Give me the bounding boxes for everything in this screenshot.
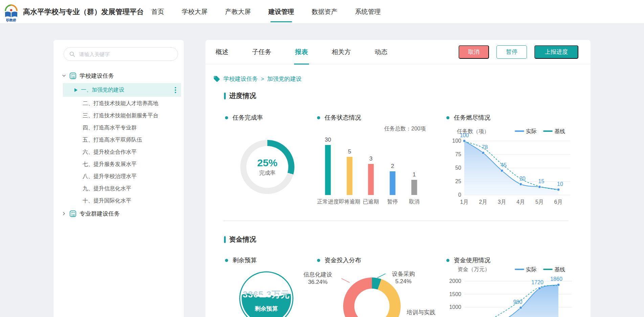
svg-text:即将逾期: 即将逾期 — [339, 199, 360, 204]
tag-icon — [213, 75, 220, 82]
bullet-icon — [446, 259, 449, 262]
report-progress-button[interactable]: 上报进度 — [534, 45, 578, 59]
tree-item[interactable]: 二、打造技术技能人才培养高地 — [53, 97, 184, 109]
tab-overview[interactable]: 概述 — [216, 40, 228, 64]
bullet-icon — [225, 259, 228, 262]
budget-label: 剩余预算 — [242, 305, 291, 313]
breadcrumb-separator: > — [261, 76, 264, 82]
top-nav: 首页学校大屏产教大屏建设管理数据资产系统管理 — [151, 0, 381, 23]
svg-text:75: 75 — [455, 151, 461, 157]
pie-label-training: 培训与实践 — [399, 309, 443, 316]
svg-text:资金（万元）: 资金（万元） — [458, 266, 490, 272]
main-panel: 学校建设任务 > 加强党的建设 进度情况 任务完成率 任务状态情况 任务燃尽情况… — [205, 40, 591, 317]
svg-text:45: 45 — [501, 162, 507, 168]
tree-item[interactable]: 四、打造高水平专业群 — [53, 122, 184, 134]
tree-item[interactable]: 一、加强党的建设 — [63, 83, 181, 97]
svg-text:100: 100 — [460, 132, 469, 138]
report-content: 学校建设任务 > 加强党的建设 进度情况 任务完成率 任务状态情况 任务燃尽情况… — [205, 40, 591, 317]
completion-value: 25% — [257, 157, 277, 169]
svg-text:5: 5 — [348, 148, 351, 155]
app-title: 高水平学校与专业（群）发展管理平台 — [23, 0, 144, 23]
sidebar: 学校建设任务一、加强党的建设二、打造技术技能人才培养高地三、打造技术技能创新服务… — [53, 40, 184, 317]
completion-label: 完成率 — [259, 170, 275, 177]
action-buttons: 取消暂停上报进度 — [459, 45, 578, 59]
chevron-down-icon — [62, 73, 66, 78]
bullet-icon — [225, 116, 228, 119]
svg-text:980: 980 — [513, 299, 523, 305]
checklist-icon — [69, 210, 76, 217]
nav-construction[interactable]: 建设管理 — [268, 0, 294, 23]
cancel-button[interactable]: 取消 — [459, 45, 489, 59]
svg-text:10: 10 — [557, 181, 563, 187]
svg-text:实际: 实际 — [526, 267, 537, 272]
tab-activity[interactable]: 动态 — [375, 40, 387, 64]
bullet-icon — [317, 259, 320, 262]
chart-title-burndown: 任务燃尽情况 — [446, 114, 490, 122]
tree-group-1[interactable]: 专业群建设任务 — [53, 207, 184, 220]
section-bar-icon — [224, 93, 226, 99]
svg-text:暂停: 暂停 — [387, 199, 398, 204]
section-bar-icon — [224, 236, 226, 243]
svg-text:1500: 1500 — [449, 291, 461, 297]
nav-school-screen[interactable]: 学校大屏 — [182, 0, 207, 23]
svg-text:5月: 5月 — [535, 199, 544, 205]
chart-title-completion: 任务完成率 — [225, 114, 263, 122]
pause-button[interactable]: 暂停 — [496, 45, 527, 59]
checklist-icon — [69, 72, 76, 79]
chart-title-budget: 剩余预算 — [225, 256, 257, 264]
breadcrumb-current: 加强党的建设 — [267, 75, 302, 83]
section-progress: 进度情况 — [224, 91, 256, 100]
tree-item[interactable]: 八、提升学校治理水平 — [53, 170, 184, 182]
chevron-right-icon — [62, 211, 66, 216]
nav-home[interactable]: 首页 — [151, 0, 164, 23]
nav-data-assets[interactable]: 数据资产 — [312, 0, 337, 23]
more-options-icon[interactable] — [175, 87, 176, 93]
svg-text:任务总数：200项: 任务总数：200项 — [384, 126, 426, 131]
svg-text:1860: 1860 — [550, 276, 562, 282]
svg-text:1: 1 — [413, 171, 416, 178]
logo-icon: 职教桥 — [3, 2, 20, 22]
tree-item[interactable]: 十、提升国际化水平 — [53, 195, 184, 207]
tree-group-0[interactable]: 学校建设任务 — [53, 69, 184, 82]
tree-item[interactable]: 三、打造技术技能创新服务平台 — [53, 109, 184, 122]
fund-usage-chart: 资金（万元）实际基线20001500100098017201860 — [442, 263, 591, 317]
svg-text:100: 100 — [452, 138, 461, 144]
pie-label-info-construction: 信息化建设 36.24% — [294, 271, 341, 286]
svg-text:职教桥: 职教桥 — [6, 18, 17, 22]
remaining-budget-gauge: 3365.3万元 3365.3万元 剩余预算 — [239, 271, 293, 317]
nav-system[interactable]: 系统管理 — [355, 0, 381, 23]
tree-item[interactable]: 七、提升服务发展水平 — [53, 158, 184, 170]
tree-item[interactable]: 六、提升校企合作水平 — [53, 146, 184, 158]
search-icon — [69, 51, 75, 57]
task-status-bar-chart: 任务总数：200项30正常进度5即将逾期3已逾期2暂停1取消 — [314, 121, 430, 209]
tab-stakeholders[interactable]: 相关方 — [332, 40, 351, 64]
tab-subtasks[interactable]: 子任务 — [252, 40, 271, 64]
sidebar-search[interactable] — [64, 47, 178, 61]
chart-title-fund-distribution: 资金投入分布 — [317, 256, 361, 264]
svg-text:20: 20 — [519, 176, 526, 181]
nav-industry-screen[interactable]: 产教大屏 — [225, 0, 251, 23]
triangle-icon — [74, 88, 77, 92]
bullet-icon — [446, 116, 449, 119]
svg-text:基线: 基线 — [554, 267, 565, 272]
topbar: 职教桥 高水平学校与专业（群）发展管理平台 首页学校大屏产教大屏建设管理数据资产… — [0, 0, 644, 24]
breadcrumb: 学校建设任务 > 加强党的建设 — [213, 75, 302, 83]
svg-text:1720: 1720 — [531, 279, 543, 285]
search-input[interactable] — [79, 51, 161, 57]
svg-text:3月: 3月 — [498, 199, 506, 205]
breadcrumb-root[interactable]: 学校建设任务 — [223, 75, 258, 83]
chart-title-status: 任务状态情况 — [317, 114, 361, 122]
section-progress-title: 进度情况 — [229, 91, 256, 100]
tree-item[interactable]: 九、提升信息化水平 — [53, 182, 184, 195]
tab-report[interactable]: 报表 — [295, 40, 308, 64]
tree-item-label: 一、加强党的建设 — [81, 83, 124, 97]
pie-label-equipment: 设备采购 5.24% — [381, 270, 425, 285]
tree-item[interactable]: 五、打造高水平双师队伍 — [53, 134, 184, 146]
tree-group-label: 专业群建设任务 — [80, 210, 120, 218]
svg-text:6月: 6月 — [554, 199, 563, 205]
section-funds: 资金情况 — [224, 235, 256, 244]
svg-text:30: 30 — [325, 137, 331, 143]
svg-text:50: 50 — [455, 165, 461, 171]
app-logo[interactable]: 职教桥 — [3, 2, 20, 22]
svg-text:基线: 基线 — [554, 128, 565, 134]
